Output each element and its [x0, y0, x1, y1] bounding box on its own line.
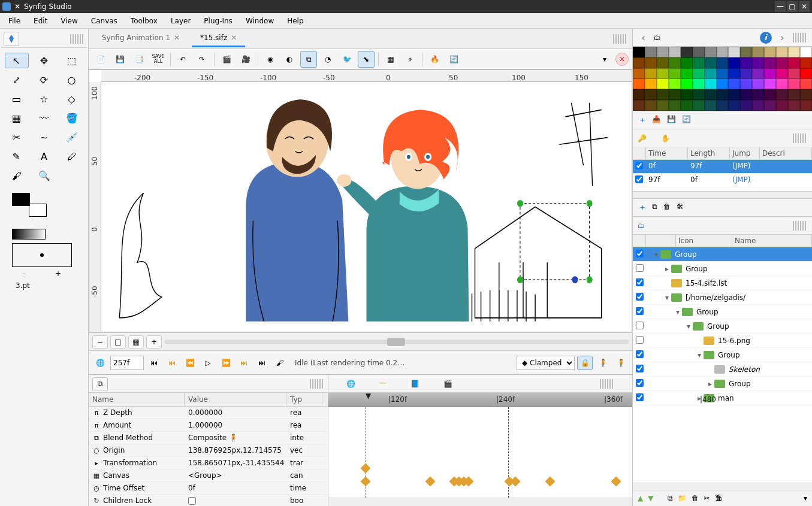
- palette-swatch[interactable]: [752, 100, 764, 111]
- palette-swatch[interactable]: [657, 68, 669, 79]
- layer-visibility-checkbox[interactable]: [636, 350, 644, 358]
- fg-color-swatch[interactable]: [12, 193, 30, 206]
- draw-surface[interactable]: [101, 82, 632, 332]
- palette-swatch[interactable]: [728, 89, 740, 100]
- palette-swatch[interactable]: [645, 78, 657, 89]
- brush-tool-icon[interactable]: 🖌: [272, 356, 288, 370]
- palette-swatch[interactable]: [705, 78, 717, 89]
- mask-icon[interactable]: 🐦: [339, 51, 355, 68]
- palette-swatch[interactable]: [693, 78, 705, 89]
- palette-swatch[interactable]: [717, 57, 729, 68]
- forward-icon[interactable]: ›: [777, 31, 788, 44]
- clapper-icon[interactable]: 🎬: [218, 51, 235, 68]
- layer-col-name[interactable]: Name: [732, 235, 812, 247]
- circle-icon[interactable]: ○: [60, 72, 84, 87]
- layers-tab-icon[interactable]: 🗂: [638, 222, 645, 230]
- palette-swatch[interactable]: [776, 89, 788, 100]
- gradient-swatch[interactable]: [12, 229, 46, 240]
- refresh-icon[interactable]: 🔄: [445, 51, 462, 68]
- toolbox-tab-icon[interactable]: [4, 32, 19, 46]
- palette-swatch[interactable]: [657, 57, 669, 68]
- layer-visibility-checkbox[interactable]: [636, 264, 644, 272]
- palette-swatch[interactable]: [740, 89, 752, 100]
- kf-add-icon[interactable]: ＋: [639, 202, 646, 213]
- tl-tab-curves-icon[interactable]: 〰: [379, 380, 387, 388]
- palette-swatch[interactable]: [788, 78, 800, 89]
- brush2-icon[interactable]: 🖌: [5, 168, 29, 183]
- layer-group-icon[interactable]: 📁: [678, 494, 687, 502]
- kf-col-jump[interactable]: Jump: [730, 147, 760, 159]
- layer-row[interactable]: ▾Group: [633, 305, 812, 319]
- palette-swatch[interactable]: [776, 100, 788, 111]
- layer-expand-icon[interactable]: ▾: [674, 308, 682, 316]
- panel-grip-icon[interactable]: [600, 379, 614, 389]
- handles-icon[interactable]: ⬊: [358, 51, 375, 68]
- palette-swatch[interactable]: [752, 89, 764, 100]
- params-tab-icon[interactable]: ⧉: [92, 377, 108, 390]
- palette-swatch[interactable]: [788, 89, 800, 100]
- palette-swatch[interactable]: [776, 68, 788, 79]
- layer-encaps-icon[interactable]: 🗜: [715, 494, 722, 502]
- palette-swatch[interactable]: [669, 100, 681, 111]
- palette-swatch[interactable]: [657, 47, 669, 57]
- layer-row[interactable]: ▾Group: [633, 348, 812, 362]
- waypoint-icon[interactable]: [611, 477, 621, 487]
- palette-swatch[interactable]: [669, 57, 681, 68]
- zoom-fit-icon[interactable]: □: [110, 335, 126, 349]
- redo-icon[interactable]: ↷: [194, 51, 210, 68]
- palette-swatch[interactable]: [645, 100, 657, 111]
- palette-swatch[interactable]: [728, 47, 740, 57]
- palette-swatch[interactable]: [764, 89, 776, 100]
- onion-toggle-icon[interactable]: ◐: [281, 51, 298, 68]
- param-row[interactable]: ◷ Time Offset0ftime: [89, 482, 328, 495]
- layer-expand-icon[interactable]: ▾: [695, 351, 704, 359]
- next-kf-icon[interactable]: ⏭: [236, 356, 252, 370]
- frame-input[interactable]: [110, 356, 144, 370]
- palette-swatch[interactable]: [633, 78, 645, 89]
- waypoint-icon[interactable]: [511, 477, 521, 487]
- waypoint-icon[interactable]: [361, 463, 371, 474]
- palette-swatch[interactable]: [657, 89, 669, 100]
- maximize-button[interactable]: ▢: [787, 1, 798, 12]
- palette-swatch[interactable]: [633, 68, 645, 79]
- play-icon[interactable]: ▷: [200, 356, 216, 370]
- interp-select[interactable]: ◆ Clamped: [517, 356, 575, 370]
- close-document-button[interactable]: ✕: [615, 53, 629, 66]
- layer-row[interactable]: ▸Group: [633, 262, 812, 276]
- grid-icon[interactable]: ▦: [382, 51, 399, 68]
- palette-swatch[interactable]: [764, 100, 776, 111]
- palette-swatch[interactable]: [800, 78, 812, 89]
- palette-swatch[interactable]: [645, 47, 657, 57]
- palette-swatch[interactable]: [788, 57, 800, 68]
- palette-swatch[interactable]: [657, 100, 669, 111]
- palette-swatch[interactable]: [740, 100, 752, 111]
- param-checkbox[interactable]: [188, 497, 196, 505]
- tl-tab-meta-icon[interactable]: 📘: [410, 380, 419, 388]
- text-icon[interactable]: A: [32, 149, 56, 164]
- smooth-move-icon[interactable]: ⬚: [60, 53, 84, 68]
- tl-tab-clapper-icon[interactable]: 🎬: [443, 380, 452, 388]
- panel-grip-icon[interactable]: [793, 134, 807, 143]
- palette-swatch[interactable]: [705, 47, 717, 57]
- kf-checkbox[interactable]: [635, 175, 643, 183]
- layer-col-icon[interactable]: Icon: [676, 235, 732, 247]
- palette-swatch[interactable]: [669, 78, 681, 89]
- palette-swatch[interactable]: [800, 100, 812, 111]
- palette-swatch[interactable]: [693, 68, 705, 79]
- palette-swatch[interactable]: [681, 68, 693, 79]
- palette-swatch[interactable]: [788, 47, 800, 57]
- kf-key-icon[interactable]: 🔑: [638, 134, 647, 143]
- palette-add-icon[interactable]: ＋: [639, 115, 646, 125]
- palette-swatch[interactable]: [740, 47, 752, 57]
- pen-icon[interactable]: 🖊: [60, 149, 84, 164]
- dropdown-icon[interactable]: ▾: [596, 51, 613, 68]
- star-icon[interactable]: ☆: [32, 91, 56, 107]
- palette-swatch[interactable]: [681, 100, 693, 111]
- brush-increase[interactable]: +: [55, 269, 61, 278]
- param-row[interactable]: ↻ Children Lockboo: [89, 495, 328, 506]
- palette-swatch[interactable]: [776, 47, 788, 57]
- palette-swatch[interactable]: [693, 100, 705, 111]
- palette-swatch[interactable]: [800, 89, 812, 100]
- layers-list[interactable]: ▾Group▸Group15-4.sifz.lst▾[/home/zelgadi…: [633, 247, 812, 483]
- kf-dup-icon[interactable]: ⧉: [652, 202, 657, 213]
